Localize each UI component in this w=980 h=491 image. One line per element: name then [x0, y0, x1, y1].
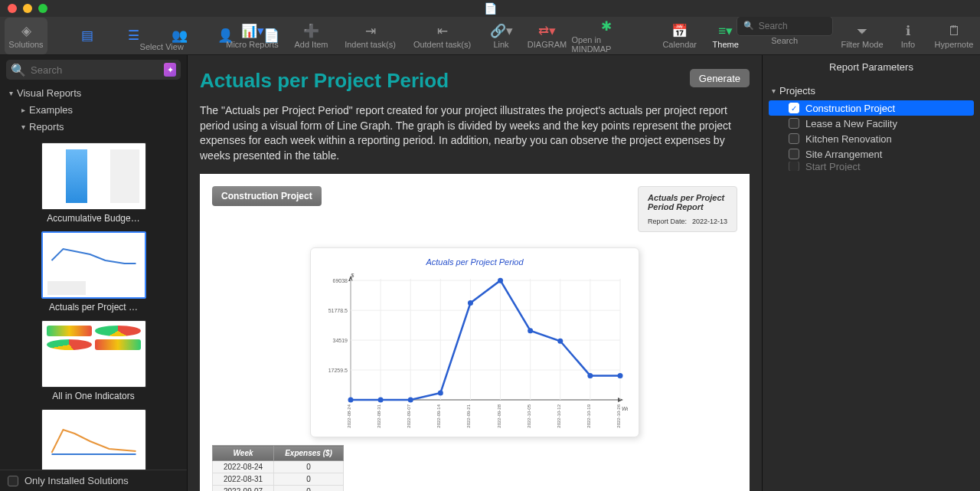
toolbar-search[interactable]: 🔍	[737, 16, 833, 36]
zoom-window[interactable]	[38, 4, 47, 13]
funnel-icon: ⏷	[856, 23, 869, 40]
svg-point-43	[618, 373, 623, 378]
titlebar: 📄	[0, 0, 980, 17]
hypernote-button[interactable]: 🗒Hypernote	[933, 18, 975, 54]
view-button-1[interactable]: ▤	[66, 18, 109, 54]
svg-text:2022-08-31: 2022-08-31	[377, 404, 381, 428]
sidebar-search[interactable]: 🔍 ✦	[6, 60, 181, 80]
tree-examples[interactable]: ▸Examples	[0, 101, 187, 118]
filter-button[interactable]: ⏷Filter Mode	[841, 18, 884, 54]
line-chart: $17259.53451951778.5690382022-08-242022-…	[322, 271, 628, 432]
table-row: 2022-08-240	[213, 461, 344, 473]
svg-text:2022-09-07: 2022-09-07	[407, 404, 411, 428]
sidebar-footer: Only Installed Solutions	[0, 470, 187, 491]
svg-point-39	[498, 278, 503, 283]
toolbar: ◈ Solutions ▤ ☰ 👥 👤 📄 Select View 📊▾Micr…	[0, 17, 980, 55]
project-item-kitchen[interactable]: Kitchen Renovation	[769, 131, 974, 146]
svg-point-36	[408, 398, 413, 403]
data-table: Week Expenses ($) 2022-08-240 2022-08-31…	[212, 445, 344, 491]
project-item-site[interactable]: Site Arrangement	[769, 146, 974, 162]
svg-point-35	[378, 398, 384, 403]
micro-reports-button[interactable]: 📊▾Micro Reports	[218, 18, 287, 54]
panel-title: Report Parameters	[763, 55, 980, 79]
svg-point-42	[587, 373, 593, 378]
only-installed-checkbox[interactable]	[8, 476, 18, 486]
projects-group[interactable]: ▾ Projects	[769, 82, 974, 99]
report-description: The "Actuals per Project Period" report …	[200, 103, 750, 163]
th-expenses: Expenses ($)	[274, 446, 344, 461]
report-preview: Construction Project Actuals per Project…	[200, 174, 750, 491]
sidebar-tree: ▾Visual Reports ▸Examples ▾Reports Accum…	[0, 84, 187, 470]
note-icon: 🗒	[948, 23, 961, 40]
thumb-label: Actuals per Project …	[28, 302, 158, 313]
report-info-box: Actuals per Project Period Report Report…	[638, 186, 737, 232]
sidebar: 🔍 ✦ ▾Visual Reports ▸Examples ▾Reports A…	[0, 55, 188, 491]
svg-point-41	[557, 339, 563, 344]
close-window[interactable]	[8, 4, 17, 13]
window-controls	[8, 4, 47, 13]
thumb-label: Accumulative Budge…	[28, 213, 158, 224]
chevron-down-icon: ▾	[18, 123, 28, 131]
center-pane: Actuals per Project Period Generate The …	[188, 55, 762, 491]
minimize-window[interactable]	[23, 4, 32, 13]
table-row: 2022-08-310	[213, 473, 344, 486]
diamond-icon: ◈	[21, 23, 31, 40]
checkbox[interactable]	[789, 149, 799, 159]
chevron-right-icon: ▸	[18, 106, 28, 114]
project-item-start[interactable]: Start Project	[769, 162, 974, 171]
search-icon: 🔍	[743, 21, 754, 31]
solutions-button[interactable]: ◈ Solutions	[5, 18, 47, 54]
svg-text:2022-10-19: 2022-10-19	[586, 404, 591, 428]
svg-text:17259.5: 17259.5	[328, 368, 348, 373]
calendar-button[interactable]: 📅Calendar	[658, 18, 701, 54]
chart-container: Actuals per Project Period $17259.534519…	[310, 247, 639, 437]
svg-point-37	[438, 391, 443, 396]
svg-text:2022-09-28: 2022-09-28	[497, 404, 501, 428]
th-week: Week	[213, 446, 274, 461]
project-item-lease[interactable]: Lease a New Facility	[769, 116, 974, 131]
chart-title: Actuals per Project Period	[322, 257, 628, 267]
search-icon: 🔍	[11, 63, 26, 77]
svg-point-40	[528, 329, 533, 334]
table-row: 2022-09-070	[213, 486, 344, 491]
info-icon: ℹ︎	[906, 23, 910, 40]
chevron-down-icon: ▾	[6, 89, 15, 97]
svg-text:2022-10-12: 2022-10-12	[557, 404, 561, 428]
thumb-actuals-per-project[interactable]	[41, 231, 146, 299]
info-button[interactable]: ℹ︎Info	[887, 18, 929, 54]
thumb-accumulative-budget[interactable]	[41, 142, 146, 210]
only-installed-label: Only Installed Solutions	[24, 475, 129, 486]
svg-text:69038: 69038	[333, 279, 348, 284]
mindmap-button[interactable]: ✱Open in MINDMAP	[572, 18, 641, 54]
document-icon: 📄	[484, 2, 497, 15]
outdent-button[interactable]: ⇤Outdent task(s)	[408, 18, 477, 54]
checkbox-checked[interactable]: ✓	[789, 103, 799, 113]
tree-reports[interactable]: ▾Reports	[0, 118, 187, 135]
sidebar-search-input[interactable]	[29, 64, 161, 77]
chevron-down-icon: ▾	[769, 87, 778, 95]
thumb-all-in-one[interactable]	[41, 320, 146, 388]
search-input[interactable]	[757, 20, 826, 32]
svg-text:2022-09-14: 2022-09-14	[436, 404, 441, 428]
link-button[interactable]: 🔗▾Link	[480, 18, 523, 54]
add-item-button[interactable]: ➕Add Item	[290, 18, 333, 54]
page-title: Actuals per Project Period	[200, 69, 449, 93]
svg-text:Week: Week	[622, 406, 628, 411]
svg-text:2022-09-21: 2022-09-21	[466, 404, 471, 428]
magic-icon[interactable]: ✦	[164, 63, 176, 77]
checkbox[interactable]	[789, 118, 799, 129]
svg-text:2022-10-26: 2022-10-26	[616, 404, 621, 428]
search-group: 🔍 Search	[750, 18, 819, 54]
checkbox[interactable]	[789, 133, 799, 144]
generate-button[interactable]: Generate	[690, 69, 750, 87]
svg-point-38	[468, 300, 473, 306]
svg-text:2022-10-05: 2022-10-05	[527, 404, 531, 428]
tree-visual-reports[interactable]: ▾Visual Reports	[0, 84, 187, 101]
indent-button[interactable]: ⇥Indent task(s)	[336, 18, 405, 54]
thumb-application-of-project[interactable]	[41, 409, 146, 470]
checkbox[interactable]	[789, 162, 799, 171]
svg-point-34	[348, 398, 354, 403]
project-item-construction[interactable]: ✓ Construction Project	[769, 100, 974, 116]
diagram-button[interactable]: ⇄▾DIAGRAM	[526, 18, 569, 54]
svg-text:34519: 34519	[333, 338, 348, 343]
